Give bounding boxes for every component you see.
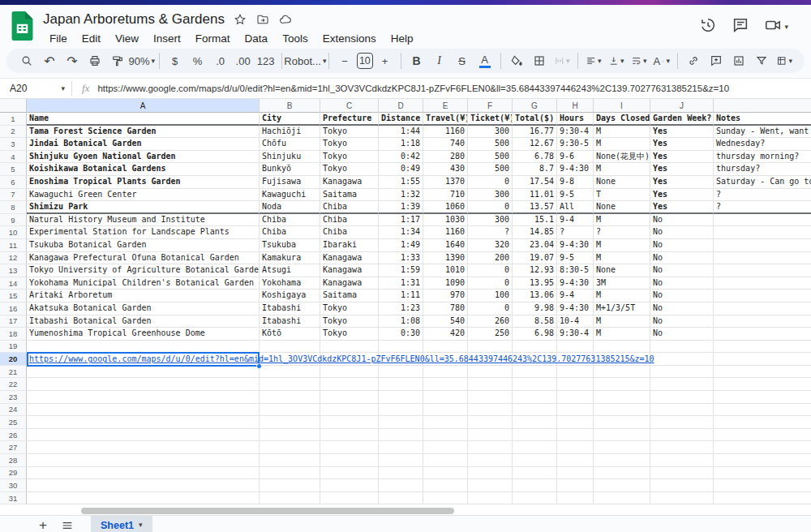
cell[interactable]: Noda [260, 201, 320, 214]
cell[interactable]: 19.07 [513, 252, 557, 265]
cell[interactable] [379, 467, 423, 480]
cell[interactable] [260, 429, 320, 442]
cell[interactable]: 9-4:30 [557, 277, 594, 290]
row-header-16[interactable]: 16 [0, 302, 27, 315]
cell[interactable] [594, 391, 650, 404]
cell[interactable] [320, 492, 379, 505]
cell[interactable]: M [594, 126, 650, 139]
cell[interactable]: No [650, 302, 714, 315]
cell[interactable]: 1:18 [379, 138, 423, 151]
cell[interactable]: 1:23 [379, 302, 423, 315]
select-all-corner[interactable] [0, 99, 27, 113]
cell[interactable]: 12.67 [513, 138, 557, 151]
text-color-button[interactable]: A [474, 51, 496, 71]
cell[interactable]: 9-5 [557, 189, 594, 202]
cell[interactable]: No [650, 277, 714, 290]
cell[interactable] [714, 341, 811, 354]
cell[interactable] [650, 454, 714, 467]
cell[interactable]: 9-8 [557, 176, 594, 189]
increase-decimal-button[interactable]: .00 [233, 51, 254, 71]
cell[interactable] [320, 441, 379, 454]
cell[interactable]: 9:30-5 [557, 138, 594, 151]
cell[interactable] [513, 404, 557, 417]
row-header-14[interactable]: 14 [0, 277, 27, 290]
cell[interactable] [513, 454, 557, 467]
cell[interactable]: 0 [468, 264, 513, 277]
row-header-11[interactable]: 11 [0, 239, 27, 252]
cell[interactable]: 0:30 [379, 328, 423, 341]
cell[interactable] [468, 416, 513, 429]
increase-font-size-button[interactable]: + [375, 51, 396, 71]
cell[interactable] [714, 429, 811, 442]
row-header-1[interactable]: 1 [0, 113, 27, 126]
document-title[interactable]: Japan Arboretums & Gardens [43, 11, 225, 28]
cell[interactable] [650, 467, 714, 480]
cell[interactable]: 3M [594, 277, 650, 290]
cell[interactable] [714, 479, 811, 492]
row-header-5[interactable]: 5 [0, 163, 27, 176]
row-header-28[interactable]: 28 [0, 454, 27, 467]
cell[interactable] [650, 416, 714, 429]
cell[interactable] [468, 429, 513, 442]
cell[interactable]: Tokyo [320, 126, 379, 139]
cell[interactable]: thursday morning? [714, 151, 811, 164]
cell[interactable]: ? [557, 226, 594, 239]
cell[interactable]: 11.01 [513, 189, 557, 202]
cell[interactable]: No [650, 239, 714, 252]
menu-item-view[interactable]: View [109, 32, 145, 45]
cell[interactable]: Ibaraki [320, 239, 379, 252]
cell[interactable]: Chōfu [260, 138, 320, 151]
cell[interactable] [594, 416, 650, 429]
horizontal-align-control[interactable]: ▾ [583, 51, 604, 71]
cell[interactable] [260, 341, 320, 354]
cell[interactable] [320, 391, 379, 404]
cell[interactable]: Aritaki Arboretum [27, 290, 260, 302]
star-icon[interactable] [233, 12, 247, 27]
decrease-decimal-button[interactable]: .0 [210, 51, 231, 71]
cell[interactable] [320, 378, 379, 391]
cell[interactable]: No [650, 315, 714, 328]
more-formats-button[interactable]: 123 [255, 51, 277, 71]
cell[interactable]: 0:42 [379, 151, 423, 164]
cell[interactable] [423, 404, 468, 417]
cell[interactable] [513, 467, 557, 480]
cell[interactable]: 1:31 [379, 277, 423, 290]
cell[interactable] [513, 391, 557, 404]
cell[interactable] [557, 366, 594, 379]
cell[interactable]: No [650, 214, 714, 227]
cell[interactable]: Yes [650, 176, 714, 189]
cell[interactable]: M [594, 138, 650, 151]
text-wrap-control[interactable]: ▾ [629, 51, 650, 71]
cell[interactable]: Yes [650, 138, 714, 151]
cell[interactable]: 9:30-4 [557, 126, 594, 139]
cell[interactable] [513, 378, 557, 391]
row-header-20[interactable]: 20 [0, 353, 27, 366]
cell[interactable] [594, 479, 650, 492]
version-history-icon[interactable] [699, 16, 717, 37]
cell[interactable] [320, 366, 379, 379]
column-header-J[interactable]: J [650, 99, 714, 113]
cell[interactable] [513, 416, 557, 429]
move-to-folder-icon[interactable] [255, 12, 270, 27]
borders-icon[interactable] [529, 51, 550, 71]
cell[interactable]: Yokohama [260, 277, 320, 290]
cell[interactable] [650, 391, 714, 404]
zoom-select[interactable]: 90%▾ [130, 51, 154, 71]
cell[interactable] [594, 441, 650, 454]
menu-item-extensions[interactable]: Extensions [316, 32, 383, 45]
cell[interactable] [513, 341, 557, 354]
cell[interactable] [594, 341, 650, 354]
search-icon[interactable] [16, 51, 37, 71]
cell[interactable]: Hachiōji [260, 126, 320, 139]
cell[interactable]: Tokyo [320, 328, 379, 341]
cell[interactable] [650, 366, 714, 379]
cell[interactable] [468, 454, 513, 467]
cell[interactable] [594, 366, 650, 379]
cell[interactable] [714, 441, 811, 454]
cell[interactable]: 9-6 [557, 151, 594, 164]
column-header-D[interactable]: D [379, 99, 423, 113]
cell[interactable]: Yes [650, 163, 714, 176]
cell[interactable]: Ticket(¥) [468, 113, 513, 126]
cell[interactable] [714, 252, 811, 265]
cell[interactable] [320, 404, 379, 417]
